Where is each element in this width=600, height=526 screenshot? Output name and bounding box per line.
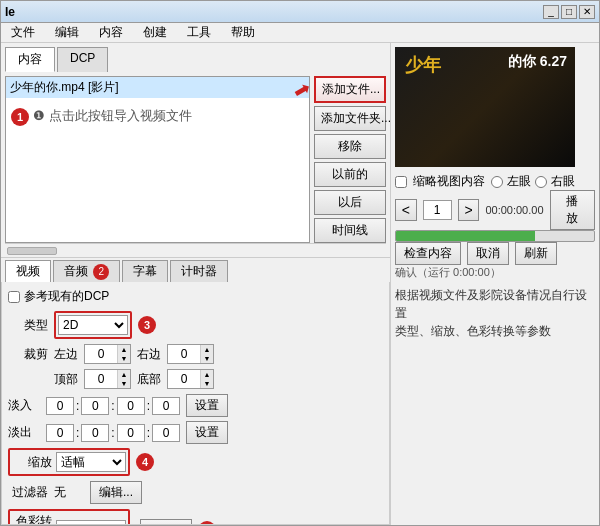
right-down-btn[interactable]: ▼	[201, 354, 213, 363]
bottom-spin-btns: ▲ ▼	[200, 370, 213, 388]
right-spin: ▲ ▼	[167, 344, 214, 364]
tab-timer[interactable]: 计时器	[170, 260, 228, 282]
timeline-button[interactable]: 时间线	[314, 218, 386, 243]
top-label: 顶部	[54, 371, 78, 388]
play-button[interactable]: 播放	[550, 190, 595, 230]
add-file-button[interactable]: 添加文件...	[314, 76, 386, 103]
fadein-set-button[interactable]: 设置	[186, 394, 228, 417]
close-button[interactable]: ✕	[579, 5, 595, 19]
tab-audio[interactable]: 音频 2	[53, 260, 120, 282]
color-select[interactable]: 无	[56, 520, 126, 525]
preview-date: 少年	[405, 53, 441, 77]
left-eye-label: 左眼	[507, 173, 531, 190]
tab-video[interactable]: 视频	[5, 260, 51, 282]
scrollbar-thumb[interactable]	[7, 247, 57, 255]
fadeout-set-button[interactable]: 设置	[186, 421, 228, 444]
tab-dcp[interactable]: DCP	[57, 47, 108, 72]
top-spin-btns: ▲ ▼	[117, 370, 130, 388]
left-down-btn[interactable]: ▼	[118, 354, 130, 363]
right-label: 右边	[137, 346, 161, 363]
crop-label: 裁剪	[8, 346, 48, 363]
inspect-row: 检查内容 取消 刷新	[395, 242, 595, 265]
menu-create[interactable]: 创建	[137, 22, 173, 43]
menu-help[interactable]: 帮助	[225, 22, 261, 43]
cancel-button[interactable]: 取消	[467, 242, 509, 265]
nav-row: < 1 > 00:00:00.00 播放	[395, 190, 595, 230]
tab-content[interactable]: 内容	[5, 47, 55, 72]
right-up-btn[interactable]: ▲	[201, 345, 213, 354]
top-value[interactable]	[85, 370, 117, 388]
left-spin-btns: ▲ ▼	[117, 345, 130, 363]
fadein-label: 淡入	[8, 397, 44, 414]
type-highlight-box: 2D 3D	[54, 311, 132, 339]
left-up-btn[interactable]: ▲	[118, 345, 130, 354]
left-value[interactable]	[85, 345, 117, 363]
file-list[interactable]: 少年的你.mp4 [影片]	[5, 76, 310, 243]
add-folder-button[interactable]: 添加文件夹...	[314, 106, 386, 131]
preview-movie-text: 的你 6.27	[508, 53, 567, 71]
crop-row-lr: 裁剪 左边 ▲ ▼ 右边 ▲ ▼	[8, 344, 383, 364]
fadeout-m[interactable]	[81, 424, 109, 442]
menu-file[interactable]: 文件	[5, 22, 41, 43]
fadeout-h[interactable]	[46, 424, 74, 442]
remove-button[interactable]: 移除	[314, 134, 386, 159]
next-frame-button[interactable]: >	[458, 199, 480, 221]
fadein-f[interactable]	[152, 397, 180, 415]
right-hint-text: 根据视频文件及影院设备情况自行设置类型、缩放、色彩转换等参数	[395, 286, 595, 340]
horizontal-scrollbar[interactable]	[5, 243, 386, 257]
left-eye-radio[interactable]	[491, 176, 503, 188]
scale-select[interactable]: 适幅 拉伸 裁切	[56, 452, 126, 472]
minimize-button[interactable]: _	[543, 5, 559, 19]
preview-image: 少年 的你 6.27	[395, 47, 575, 167]
filter-edit-button[interactable]: 编辑...	[90, 481, 142, 504]
timecode: 00:00:00.00	[485, 204, 543, 216]
fadein-h[interactable]	[46, 397, 74, 415]
color-highlight-box: 色彩转换 无	[8, 509, 130, 525]
bottom-up-btn[interactable]: ▲	[201, 370, 213, 379]
confirm-text: 确认（运行 0:00:00）	[395, 265, 501, 280]
top-up-btn[interactable]: ▲	[118, 370, 130, 379]
menu-tools[interactable]: 工具	[181, 22, 217, 43]
bottom-spin: ▲ ▼	[167, 369, 214, 389]
eye-radio-group: 左眼 右眼	[491, 173, 575, 190]
filter-label: 过滤器	[8, 484, 48, 501]
frame-number: 1	[423, 200, 452, 220]
type-label: 类型	[8, 317, 48, 334]
circle-3: 3	[138, 316, 156, 334]
type-select[interactable]: 2D 3D	[58, 315, 128, 335]
main-window: Ie _ □ ✕ 文件 编辑 内容 创建 工具 帮助 内容 DCP	[0, 0, 600, 526]
right-eye-radio[interactable]	[535, 176, 547, 188]
title-bar-buttons: _ □ ✕	[543, 5, 595, 19]
filter-row: 过滤器 无 编辑...	[8, 481, 383, 504]
right-value[interactable]	[168, 345, 200, 363]
fadein-m[interactable]	[81, 397, 109, 415]
fadein-s[interactable]	[117, 397, 145, 415]
fadeout-f[interactable]	[152, 424, 180, 442]
color-edit-button[interactable]: 编辑...	[140, 519, 192, 526]
tab-subtitle[interactable]: 字幕	[122, 260, 168, 282]
ref-dcp-checkbox[interactable]	[8, 291, 20, 303]
title-bar: Ie _ □ ✕	[1, 1, 599, 23]
file-section-inner: 少年的你.mp4 [影片] 添加文件... 添加文件夹... 移除 以前的 以后…	[5, 76, 386, 243]
menu-content[interactable]: 内容	[93, 22, 129, 43]
maximize-button[interactable]: □	[561, 5, 577, 19]
ref-dcp-row: 参考现有的DCP	[8, 288, 383, 305]
bottom-down-btn[interactable]: ▼	[201, 379, 213, 388]
top-down-btn[interactable]: ▼	[118, 379, 130, 388]
refresh-button[interactable]: 刷新	[515, 242, 557, 265]
file-section: 少年的你.mp4 [影片] 添加文件... 添加文件夹... 移除 以前的 以后…	[1, 72, 390, 257]
thumbnail-checkbox[interactable]	[395, 176, 407, 188]
inspect-button[interactable]: 检查内容	[395, 242, 461, 265]
file-item[interactable]: 少年的你.mp4 [影片]	[6, 77, 309, 98]
thumbnail-row: 缩略视图内容 左眼 右眼	[395, 173, 595, 190]
audio-badge: 2	[93, 264, 109, 280]
bottom-value[interactable]	[168, 370, 200, 388]
fadeout-s[interactable]	[117, 424, 145, 442]
color-row: 色彩转换 无 编辑... 5	[8, 509, 383, 525]
type-row: 类型 2D 3D 3	[8, 311, 383, 339]
fadeout-row: 淡出 : : : 设置	[8, 421, 383, 444]
next-button[interactable]: 以后	[314, 190, 386, 215]
menu-edit[interactable]: 编辑	[49, 22, 85, 43]
prev-frame-button[interactable]: <	[395, 199, 417, 221]
previous-button[interactable]: 以前的	[314, 162, 386, 187]
